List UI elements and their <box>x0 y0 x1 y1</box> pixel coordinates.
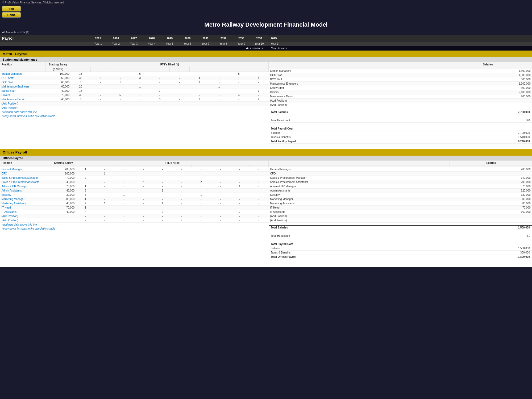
offices-table-row: Marketing Manager80,0001--------- <box>0 197 269 201</box>
offices-fte-y10: - <box>249 197 269 201</box>
offices-fte-y3: - <box>114 206 134 210</box>
metro-fte-y5: - <box>150 93 169 97</box>
offices-calc-row: Marketing Manager80,000 <box>269 197 532 201</box>
metro-fte-y6: - <box>170 85 189 89</box>
offices-fte-y3: - <box>114 176 134 180</box>
metro-fte-y10: - <box>249 85 268 89</box>
home-button[interactable]: Home <box>2 12 21 18</box>
offices-table-row: Admin Assistants40,0008---1----- <box>0 189 269 193</box>
th-calc-salaries: Salaries <box>444 62 532 67</box>
metro-fte-y2: - <box>90 97 110 102</box>
metro-fte-y6: - <box>170 89 189 93</box>
metro-position-name: (Add Position) <box>0 102 45 106</box>
total-offices-payroll-val: 1,800,000 <box>440 255 532 259</box>
offices-fte-y9: - <box>230 172 249 176</box>
metro-salaries-val: 7,700,000 <box>440 131 532 135</box>
offices-fte-y10: - <box>249 189 269 193</box>
metro-headcount-table: Total Headcount 120 <box>269 118 532 123</box>
offices-fte-y3: - <box>114 189 134 193</box>
offices-calc-position: IT Assistants <box>269 210 450 214</box>
offices-starting-salary: 40,000 <box>51 210 76 214</box>
metro-calc-row: (Add Position) <box>269 103 532 107</box>
metro-fte-y8: - <box>209 80 229 85</box>
metro-fte-y4: - <box>130 80 150 85</box>
offices-fte-y9: - <box>230 167 249 172</box>
metro-calc-salary <box>444 103 532 107</box>
top-button[interactable]: Top <box>2 6 21 11</box>
metro-fte-y9: 4 <box>229 93 249 97</box>
offices-fte-y9: - <box>230 180 249 184</box>
offices-calc-salary: 140,000 <box>450 176 532 180</box>
metro-starting-salary: 100,000 <box>45 72 71 76</box>
offices-fte-y2: - <box>95 197 114 201</box>
th-y6 <box>170 67 189 72</box>
metro-fte-y2: - <box>90 85 110 89</box>
metro-fte-y7: - <box>189 106 209 110</box>
metro-fte-y3: 5 <box>110 93 130 97</box>
offices-position-name: CFO <box>0 172 51 176</box>
payroll-title: Payroll <box>2 36 89 40</box>
offices-starting-salary <box>51 214 76 218</box>
offices-fte-y6: - <box>172 184 191 189</box>
offices-fte-y9: - <box>230 214 249 218</box>
offices-calc-salary: 70,000 <box>450 184 532 189</box>
metro-calc-row: (Add Position) <box>269 99 532 103</box>
metro-position-name: Drivers <box>0 93 45 97</box>
th-starting-salary: Starting Salary <box>45 62 71 67</box>
th-off-position: Position <box>0 161 51 165</box>
off-taxes-benefits-val: 300,000 <box>440 251 532 255</box>
metro-fte-y3: 1 <box>110 80 130 85</box>
metro-fte-y9: - <box>229 102 249 106</box>
metro-fte-y5: - <box>150 102 169 106</box>
metro-starting-salary: 70,000 <box>45 93 71 97</box>
offices-position-name: Admin & HR Manager <box>0 184 51 189</box>
offices-fte-y7: - <box>192 214 211 218</box>
offices-position-name: (Add Position) <box>0 214 51 218</box>
th-y8 <box>209 67 229 72</box>
offices-note1: *add new data above this line <box>0 223 269 227</box>
metro-fte-y3: - <box>110 72 130 76</box>
metro-fte-y4: - <box>130 102 150 106</box>
metro-fte-y10: - <box>249 93 268 97</box>
offices-fte-y2: - <box>95 189 114 193</box>
offices-fte-y7: - <box>192 218 211 223</box>
year-label-6: Year 6 <box>178 42 196 45</box>
offices-fte-y10: - <box>249 201 269 206</box>
offices-fte-y2: - <box>95 176 114 180</box>
metro-table-row: OCC Staff60,000303-3--4--4 <box>0 76 269 80</box>
metro-assumptions-table: Position Starting Salary FTE's Hired (#)… <box>0 62 269 110</box>
offices-fte-y2: - <box>95 210 114 214</box>
calculations-label: Calculations <box>268 47 530 50</box>
year-label-9: Year 9 <box>232 42 250 45</box>
metro-calc-position: BCC Staff <box>269 77 444 82</box>
offices-calc-row: General Manager200,000 <box>269 167 532 172</box>
offices-fte-y4: 2 <box>134 180 153 184</box>
offices-fte-y6: - <box>172 206 191 210</box>
metro-fte-y8: 1 <box>209 85 229 89</box>
offices-table-row: Marketing Assistants40,00021--1----- <box>0 201 269 206</box>
th-off-y3 <box>114 165 134 167</box>
offices-fte-y6: - <box>172 172 191 176</box>
th-y7 <box>189 67 209 72</box>
offices-payroll-gold-bar: Offices Payroll <box>0 149 532 156</box>
off-taxes-benefits-label: Taxes & Benefits <box>269 251 440 255</box>
total-payroll-cost-label: Total Payroll Cost <box>269 127 532 131</box>
offices-assumptions-table: Position Starting Salary FTE's Hired <box>0 160 269 223</box>
offices-fte-y2: - <box>95 180 114 184</box>
th-off-y1 <box>76 165 95 167</box>
offices-calc-row: Admin Assistants320,000 <box>269 189 532 193</box>
year-label-3: Year 3 <box>125 42 143 45</box>
off-total-headcount-val: 31 <box>470 234 532 238</box>
metro-calc-row: Station Managers1,500,000 <box>269 69 532 73</box>
metro-calc-row: Safety Staff600,000 <box>269 86 532 90</box>
offices-fte-y8: - <box>211 184 230 189</box>
offices-table-row: (Add Position)---------- <box>0 214 269 218</box>
metro-fte-y5: 3 <box>150 97 169 102</box>
offices-calc-table: Salaries General Manager200,000CFOSales … <box>269 160 532 223</box>
offices-table-row: Sales & Procurement Manager70,0002------… <box>0 176 269 180</box>
offices-fte-y7: - <box>192 206 211 210</box>
metro-fte-y3: - <box>110 89 130 93</box>
metro-fte-y8: - <box>209 97 229 102</box>
offices-fte-y4: - <box>134 189 153 193</box>
offices-fte-y2: - <box>95 184 114 189</box>
